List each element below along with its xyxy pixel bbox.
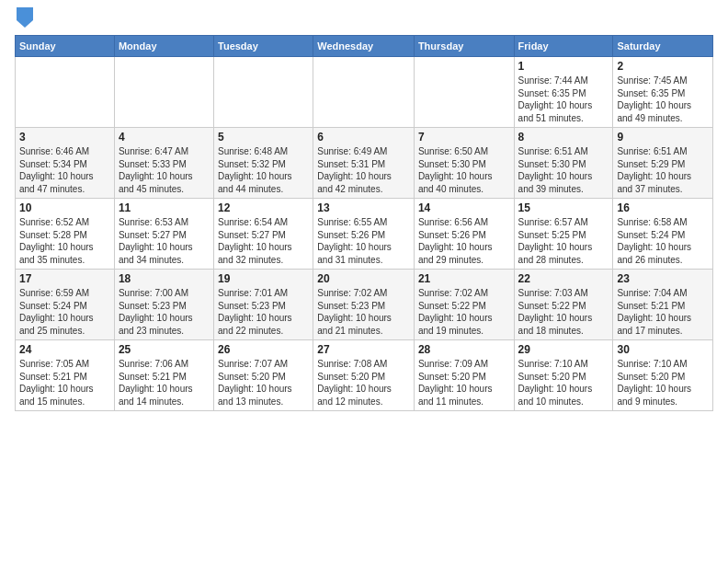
day-info: Sunrise: 7:09 AMSunset: 5:20 PMDaylight:…	[418, 358, 510, 408]
table-row: 24Sunrise: 7:05 AMSunset: 5:21 PMDayligh…	[16, 340, 115, 411]
table-row: 13Sunrise: 6:55 AMSunset: 5:26 PMDayligh…	[313, 199, 415, 270]
table-row: 4Sunrise: 6:47 AMSunset: 5:33 PMDaylight…	[114, 128, 213, 199]
table-row: 30Sunrise: 7:10 AMSunset: 5:20 PMDayligh…	[613, 340, 713, 411]
day-info: Sunrise: 6:51 AMSunset: 5:29 PMDaylight:…	[617, 145, 709, 195]
day-info: Sunrise: 7:10 AMSunset: 5:20 PMDaylight:…	[617, 358, 709, 408]
table-row	[114, 57, 213, 128]
day-info: Sunrise: 6:49 AMSunset: 5:31 PMDaylight:…	[317, 145, 410, 195]
col-sunday: Sunday	[16, 36, 115, 57]
day-info: Sunrise: 7:05 AMSunset: 5:21 PMDaylight:…	[19, 358, 110, 408]
table-row: 14Sunrise: 6:56 AMSunset: 5:26 PMDayligh…	[414, 199, 514, 270]
table-row: 16Sunrise: 6:58 AMSunset: 5:24 PMDayligh…	[613, 199, 713, 270]
day-number: 14	[418, 201, 510, 214]
day-number: 29	[518, 343, 609, 356]
day-number: 7	[418, 131, 510, 144]
day-info: Sunrise: 6:47 AMSunset: 5:33 PMDaylight:…	[119, 145, 210, 195]
day-info: Sunrise: 7:08 AMSunset: 5:20 PMDaylight:…	[317, 358, 410, 408]
day-number: 21	[418, 272, 510, 285]
col-wednesday: Wednesday	[313, 36, 415, 57]
day-number: 23	[617, 272, 709, 285]
table-row: 22Sunrise: 7:03 AMSunset: 5:22 PMDayligh…	[514, 270, 613, 340]
day-info: Sunrise: 7:04 AMSunset: 5:21 PMDaylight:…	[617, 287, 709, 337]
col-monday: Monday	[114, 36, 213, 57]
header	[15, 11, 713, 28]
day-info: Sunrise: 6:54 AMSunset: 5:27 PMDaylight:…	[218, 216, 309, 266]
day-info: Sunrise: 7:02 AMSunset: 5:22 PMDaylight:…	[418, 287, 510, 337]
day-info: Sunrise: 7:01 AMSunset: 5:23 PMDaylight:…	[218, 287, 309, 337]
main-container: Sunday Monday Tuesday Wednesday Thursday…	[0, 0, 728, 419]
logo-flag-icon	[17, 7, 33, 28]
table-row: 1Sunrise: 7:44 AMSunset: 6:35 PMDaylight…	[514, 57, 613, 128]
table-row: 15Sunrise: 6:57 AMSunset: 5:25 PMDayligh…	[514, 199, 613, 270]
table-row: 17Sunrise: 6:59 AMSunset: 5:24 PMDayligh…	[16, 270, 115, 340]
day-number: 2	[617, 60, 709, 73]
svg-marker-0	[17, 7, 33, 28]
table-row: 3Sunrise: 6:46 AMSunset: 5:34 PMDaylight…	[16, 128, 115, 199]
table-row: 7Sunrise: 6:50 AMSunset: 5:30 PMDaylight…	[414, 128, 514, 199]
table-row: 26Sunrise: 7:07 AMSunset: 5:20 PMDayligh…	[214, 340, 313, 411]
logo	[15, 11, 33, 28]
day-number: 24	[19, 343, 110, 356]
calendar-week-row: 1Sunrise: 7:44 AMSunset: 6:35 PMDaylight…	[16, 57, 713, 128]
day-info: Sunrise: 7:06 AMSunset: 5:21 PMDaylight:…	[119, 358, 210, 408]
day-number: 6	[317, 131, 410, 144]
col-tuesday: Tuesday	[214, 36, 313, 57]
day-info: Sunrise: 7:44 AMSunset: 6:35 PMDaylight:…	[518, 75, 609, 124]
col-thursday: Thursday	[414, 36, 514, 57]
table-row	[214, 57, 313, 128]
day-info: Sunrise: 6:50 AMSunset: 5:30 PMDaylight:…	[418, 145, 510, 195]
table-row	[313, 57, 415, 128]
day-number: 13	[317, 201, 410, 214]
calendar-week-row: 24Sunrise: 7:05 AMSunset: 5:21 PMDayligh…	[16, 340, 713, 411]
day-info: Sunrise: 7:10 AMSunset: 5:20 PMDaylight:…	[518, 358, 609, 408]
day-number: 8	[518, 131, 609, 144]
table-row: 20Sunrise: 7:02 AMSunset: 5:23 PMDayligh…	[313, 270, 415, 340]
day-number: 3	[19, 131, 110, 144]
day-number: 22	[518, 272, 609, 285]
table-row: 21Sunrise: 7:02 AMSunset: 5:22 PMDayligh…	[414, 270, 514, 340]
table-row: 2Sunrise: 7:45 AMSunset: 6:35 PMDaylight…	[613, 57, 713, 128]
calendar-week-row: 3Sunrise: 6:46 AMSunset: 5:34 PMDaylight…	[16, 128, 713, 199]
day-info: Sunrise: 6:55 AMSunset: 5:26 PMDaylight:…	[317, 216, 410, 266]
day-number: 11	[119, 201, 210, 214]
day-number: 20	[317, 272, 410, 285]
day-number: 10	[19, 201, 110, 214]
table-row: 19Sunrise: 7:01 AMSunset: 5:23 PMDayligh…	[214, 270, 313, 340]
table-row: 9Sunrise: 6:51 AMSunset: 5:29 PMDaylight…	[613, 128, 713, 199]
table-row	[414, 57, 514, 128]
day-number: 17	[19, 272, 110, 285]
table-row: 12Sunrise: 6:54 AMSunset: 5:27 PMDayligh…	[214, 199, 313, 270]
col-friday: Friday	[514, 36, 613, 57]
day-info: Sunrise: 7:03 AMSunset: 5:22 PMDaylight:…	[518, 287, 609, 337]
day-info: Sunrise: 6:51 AMSunset: 5:30 PMDaylight:…	[518, 145, 609, 195]
day-info: Sunrise: 6:52 AMSunset: 5:28 PMDaylight:…	[19, 216, 110, 266]
day-number: 26	[218, 343, 309, 356]
table-row: 28Sunrise: 7:09 AMSunset: 5:20 PMDayligh…	[414, 340, 514, 411]
day-info: Sunrise: 6:59 AMSunset: 5:24 PMDaylight:…	[19, 287, 110, 337]
table-row	[16, 57, 115, 128]
table-row: 8Sunrise: 6:51 AMSunset: 5:30 PMDaylight…	[514, 128, 613, 199]
col-saturday: Saturday	[613, 36, 713, 57]
table-row: 23Sunrise: 7:04 AMSunset: 5:21 PMDayligh…	[613, 270, 713, 340]
day-info: Sunrise: 7:07 AMSunset: 5:20 PMDaylight:…	[218, 358, 309, 408]
table-row: 11Sunrise: 6:53 AMSunset: 5:27 PMDayligh…	[114, 199, 213, 270]
calendar-table: Sunday Monday Tuesday Wednesday Thursday…	[15, 35, 713, 411]
table-row: 5Sunrise: 6:48 AMSunset: 5:32 PMDaylight…	[214, 128, 313, 199]
day-number: 1	[518, 60, 609, 73]
day-number: 25	[119, 343, 210, 356]
table-row: 6Sunrise: 6:49 AMSunset: 5:31 PMDaylight…	[313, 128, 415, 199]
day-info: Sunrise: 6:53 AMSunset: 5:27 PMDaylight:…	[119, 216, 210, 266]
day-number: 28	[418, 343, 510, 356]
day-number: 9	[617, 131, 709, 144]
day-number: 19	[218, 272, 309, 285]
table-row: 25Sunrise: 7:06 AMSunset: 5:21 PMDayligh…	[114, 340, 213, 411]
calendar-week-row: 10Sunrise: 6:52 AMSunset: 5:28 PMDayligh…	[16, 199, 713, 270]
day-info: Sunrise: 7:45 AMSunset: 6:35 PMDaylight:…	[617, 75, 709, 124]
table-row: 29Sunrise: 7:10 AMSunset: 5:20 PMDayligh…	[514, 340, 613, 411]
table-row: 27Sunrise: 7:08 AMSunset: 5:20 PMDayligh…	[313, 340, 415, 411]
day-info: Sunrise: 6:46 AMSunset: 5:34 PMDaylight:…	[19, 145, 110, 195]
day-number: 16	[617, 201, 709, 214]
day-number: 5	[218, 131, 309, 144]
table-row: 18Sunrise: 7:00 AMSunset: 5:23 PMDayligh…	[114, 270, 213, 340]
day-info: Sunrise: 6:48 AMSunset: 5:32 PMDaylight:…	[218, 145, 309, 195]
